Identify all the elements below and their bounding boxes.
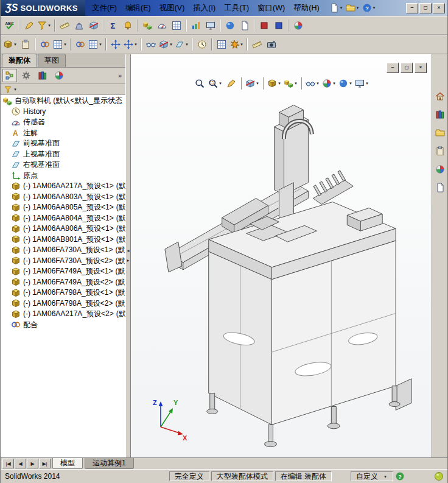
tab-sketch[interactable]: 草图 [38,54,66,67]
tab-motion-study-1[interactable]: 运动算例1 [85,458,134,469]
tree-item[interactable]: (-) 1AM06FA730A_预设<2>(默 [1,256,125,267]
tree-item[interactable]: 前视基准面 [1,138,125,149]
sheet-nav-button-2[interactable]: ▶ [27,459,38,468]
help-button[interactable]: ?▾ [362,1,377,15]
display-style-button[interactable]: ▾ [283,77,299,90]
tree-item[interactable]: (-) 1AM06AA803A_预设<1>(默 [1,192,125,203]
splitter-expand-icon[interactable]: ▸ [127,258,129,263]
measure-button[interactable] [57,19,72,32]
tree-item[interactable]: 原点 [1,171,125,182]
move-component-button[interactable] [108,38,123,51]
taskpane-design-library-button[interactable] [433,108,447,121]
tree-item[interactable]: A注解 [1,128,125,139]
sheet-nav-button-3[interactable]: ▶| [39,459,51,468]
new-document-button[interactable]: ▾ [329,1,345,15]
view-settings-button[interactable]: ▾ [354,77,370,90]
show-hidden-components-button[interactable] [144,38,158,51]
open-document-button[interactable]: ▾ [345,1,361,15]
bill-of-materials-button[interactable] [214,38,229,51]
exploded-view-button[interactable]: ▾ [229,38,245,51]
tree-item[interactable]: (-) 1AM06AA804A_预设<1>(默 [1,213,125,224]
tree-item[interactable]: 传感器 [1,117,125,128]
sheet-nav-button-1[interactable]: ◀ [15,459,26,468]
menu-help[interactable]: 帮助(H) [289,1,323,16]
rotate-component-button[interactable]: ▾ [123,38,139,51]
minimize-button[interactable]: − [406,3,418,13]
equations-button[interactable]: Σ [106,19,121,32]
tree-item[interactable]: (-) 1AM06FA730A_预设<1>(默 [1,245,125,256]
sensor-button[interactable] [121,19,135,32]
previous-view-button[interactable] [224,77,239,90]
tree-item[interactable]: History [1,107,125,118]
section-properties-button[interactable] [86,19,101,32]
linear-component-pattern-button[interactable]: ▾ [88,38,103,51]
view-orientation-button[interactable]: ▾ [267,77,282,90]
tree-item[interactable]: (-) 1AM06AA217A_预设<1>(默 [1,181,125,192]
insert-component-button[interactable]: ▾ [2,38,18,51]
tree-item[interactable]: 右视基准面 [1,160,125,171]
menu-insert[interactable]: 插入(I) [189,1,220,16]
close-button[interactable]: × [433,3,445,13]
curvature-button[interactable] [223,19,237,32]
taskpane-solidworks-resources-button[interactable] [433,90,447,103]
tab-model[interactable]: 模型 [52,458,83,469]
clearance-verification-button[interactable] [155,19,169,32]
mate-button[interactable] [73,38,88,51]
taskpane-view-palette-button[interactable] [433,144,447,158]
hyperlink-button[interactable] [38,38,52,51]
tree-item[interactable]: 配合 [1,320,125,331]
splitter-collapse-icon[interactable]: ◂ [127,249,129,253]
instant3d-button[interactable] [250,38,264,51]
hole-alignment-button[interactable] [169,19,184,32]
compare-documents-button[interactable] [237,19,252,32]
doc-close-button[interactable]: × [415,63,427,73]
featuremanager-overflow-chevron[interactable]: » [118,72,124,79]
tree-item[interactable]: (-) 1AM06AA806A_预设<1>(默 [1,224,125,234]
tab-propertymanager[interactable] [19,69,33,82]
hide-show-items-button[interactable]: ▾ [305,77,321,90]
tab-configurationmanager[interactable] [35,69,50,82]
section-view-button[interactable]: ▾ [245,77,261,90]
menu-tools[interactable]: 工具(T) [220,1,253,16]
graphics-viewport[interactable]: −□× ▾▾▾▾▾▾▾▾ Z Y X [131,54,432,457]
performance-orb-button[interactable] [434,471,444,481]
assembly-features-button[interactable]: ▾ [158,38,174,51]
format-painter-button[interactable] [22,19,37,32]
performance-evaluation-button[interactable] [203,19,218,32]
tab-assembly[interactable]: 装配体 [2,54,37,67]
new-motion-study-button[interactable] [195,38,209,51]
taskpane-file-explorer-button[interactable] [433,126,447,139]
tree-item[interactable]: (-) 1AM06FA798A_预设<2>(默 [1,298,125,309]
quick-tips-button[interactable]: ? [395,471,405,481]
customize-combo[interactable]: 自定义 ▾ [351,471,393,481]
spellcheck-button[interactable]: ABC [2,19,17,32]
mass-properties-button[interactable] [72,19,86,32]
tree-filter-button[interactable]: ▾ [2,83,18,96]
apply-scene-button[interactable]: ▾ [338,77,354,90]
view-palette-paste-button[interactable] [18,38,33,51]
taskpane-appearances-scenes-button[interactable] [433,163,447,176]
zoom-to-fit-button[interactable] [192,77,207,90]
design-table-button[interactable]: ▾ [52,38,68,51]
reference-geometry-button[interactable]: ▾ [174,38,190,51]
tree-item[interactable]: (-) 1AM06AA805A_预设<1>(默 [1,202,125,213]
menu-window[interactable]: 窗口(W) [253,1,289,16]
zoom-to-area-button[interactable]: ▾ [208,77,223,90]
assembly-visualization-button[interactable] [189,19,203,32]
selection-filter-button[interactable]: ▾ [37,19,52,32]
edit-appearance-button[interactable]: ▾ [321,77,337,90]
interference-detection-button[interactable] [140,19,155,32]
menu-view[interactable]: 视图(V) [155,1,189,16]
markup-red-button[interactable] [257,19,271,32]
doc-restore-button[interactable]: □ [401,63,413,73]
tree-item[interactable]: (-) 1AM06AB801A_预设<1>(默 [1,234,125,245]
tree-item[interactable]: (-) 1AM06FA798A_预设<1>(默 [1,287,125,298]
render-preview-button[interactable] [291,19,306,32]
tab-displaymanager[interactable] [52,69,66,82]
tree-item[interactable]: (-) 1AM06AA217A_预设<2>(默 [1,309,125,320]
tree-item[interactable]: (-) 1AM06FA749A_预设<2>(默 [1,277,125,288]
doc-minimize-button[interactable]: − [387,63,399,73]
sheet-nav-button-0[interactable]: |◀ [2,459,14,468]
maximize-button[interactable]: □ [419,3,432,13]
menu-file[interactable]: 文件(F) [88,1,121,16]
